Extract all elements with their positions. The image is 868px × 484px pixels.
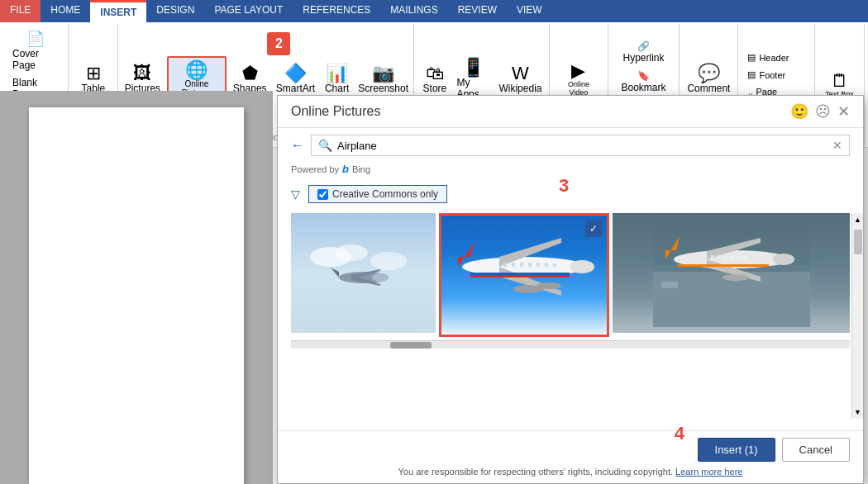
svg-rect-18 [512,263,515,267]
disclaimer-content: You are responsible for respecting other… [398,467,674,477]
screenshot-button[interactable]: 📷 Screenshot [356,61,411,97]
ribbon-tab-bar: FILE HOME INSERT DESIGN PAGE LAYOUT REFE… [0,0,868,22]
vertical-scrollbar[interactable]: ▲ ▼ [851,213,863,419]
powered-by: Powered by b Bing [278,163,863,182]
svg-rect-35 [718,255,720,259]
screenshot-label: Screenshot [358,83,408,94]
back-button[interactable]: ← [291,138,304,153]
header-label: Header [759,53,789,63]
wikipedia-label: Wikipedia [498,83,541,94]
tab-file[interactable]: FILE [0,0,41,22]
search-clear-icon[interactable]: ✕ [832,139,842,152]
scrollbar-thumb-v [854,230,862,254]
svg-rect-17 [503,263,507,267]
svg-rect-22 [545,263,548,267]
svg-rect-41 [678,276,686,288]
document-area [0,91,273,484]
smiley-sad-icon[interactable]: ☹ [815,102,831,121]
footer-label: Footer [759,70,785,80]
scroll-up-button[interactable]: ▲ [851,213,863,226]
smartart-label: SmartArt [276,83,315,94]
online-pictures-dialog: Online Pictures 🙂 ☹ ✕ ← 🔍 ✕ Powered by b… [277,95,864,484]
creative-commons-filter[interactable]: Creative Commons only [308,185,447,203]
screenshot-icon: 📷 [372,64,394,83]
my-apps-icon: 📱 [462,59,484,77]
svg-rect-37 [731,255,733,259]
tab-view[interactable]: VIEW [507,0,552,22]
chart-button[interactable]: 📊 Chart [321,61,352,97]
svg-rect-34 [711,255,713,259]
wikipedia-button[interactable]: W Wikipedia [497,61,545,97]
hyperlink-button[interactable]: 🔗 Hyperlink [613,38,675,66]
selection-checkmark: ✓ [585,221,602,237]
tab-mailings[interactable]: MAILINGS [380,0,447,22]
chart-label: Chart [325,83,349,94]
table-icon: ⊞ [86,64,101,83]
online-video-button[interactable]: ▶ Online Video [555,59,602,100]
online-video-label: Online Video [560,80,597,97]
tab-home[interactable]: HOME [41,0,90,22]
image-preview-3 [613,213,850,333]
search-input[interactable] [337,140,827,152]
dialog-buttons: 4 Insert (1) Cancel [291,438,850,462]
svg-rect-21 [537,263,540,267]
image-preview-1 [291,213,436,333]
bookmark-button[interactable]: 🔖 Bookmark [613,68,675,96]
svg-point-28 [773,254,794,265]
svg-point-9 [570,260,594,273]
scrollbar-thumb-h [390,342,432,349]
tab-review[interactable]: REVIEW [448,0,507,22]
svg-rect-20 [528,263,532,267]
filter-icon: ▽ [291,187,300,201]
image-preview-2 [441,216,607,334]
dialog-search: ← 🔍 ✕ [278,128,863,163]
svg-rect-19 [520,263,523,267]
pictures-icon: 🖼 [133,64,151,83]
svg-rect-16 [470,276,570,278]
tab-design[interactable]: DESIGN [146,0,204,22]
svg-point-14 [537,282,561,289]
close-icon[interactable]: ✕ [837,102,850,121]
tab-page-layout[interactable]: PAGE LAYOUT [204,0,293,22]
learn-more-link[interactable]: Learn more here [675,467,742,477]
dialog-controls: 🙂 ☹ ✕ [790,102,850,121]
image-item-3[interactable] [613,213,850,337]
search-box: 🔍 ✕ [311,135,850,156]
bookmark-icon: 🔖 [637,70,650,82]
dialog-title: Online Pictures [291,104,381,119]
powered-by-text: Powered by [291,164,339,174]
tab-insert[interactable]: INSERT [90,0,146,22]
cover-page-button[interactable]: 📄 Cover Page [8,27,63,74]
svg-point-2 [370,252,407,270]
airplane1-svg [306,232,422,315]
cancel-button[interactable]: Cancel [782,438,850,462]
smartart-button[interactable]: 🔷 SmartArt [273,61,317,97]
comment-button[interactable]: 💬 Comment [682,61,735,97]
image-item-2[interactable]: ✓ [439,213,609,337]
disclaimer-text: You are responsible for respecting other… [291,467,850,477]
svg-point-1 [335,244,368,261]
header-button[interactable]: ▤ Header [743,50,809,65]
smiley-happy-icon[interactable]: 🙂 [790,102,808,121]
dialog-titlebar: Online Pictures 🙂 ☹ ✕ [278,96,863,128]
store-button[interactable]: 🛍 Store [419,61,450,97]
svg-rect-23 [553,263,556,267]
tab-references[interactable]: REFERENCES [293,0,380,22]
horizontal-scrollbar[interactable] [291,340,850,349]
text-box-icon: 🗒 [831,72,849,90]
wikipedia-icon: W [512,64,529,83]
filter-bar: ▽ Creative Commons only 3 [278,182,863,210]
creative-commons-checkbox[interactable] [317,189,328,200]
svg-rect-33 [678,264,769,267]
image-item-1[interactable] [291,213,436,337]
svg-rect-36 [724,255,727,259]
search-icon: 🔍 [318,139,332,152]
comment-icon: 💬 [698,64,720,83]
store-icon: 🛍 [426,64,444,83]
scroll-down-button[interactable]: ▼ [851,406,863,419]
insert-button[interactable]: Insert (1) [698,438,775,462]
airplane3-svg [653,220,810,327]
footer-button[interactable]: ▤ Footer [743,67,809,83]
comment-label: Comment [687,83,730,94]
svg-rect-39 [744,256,746,259]
